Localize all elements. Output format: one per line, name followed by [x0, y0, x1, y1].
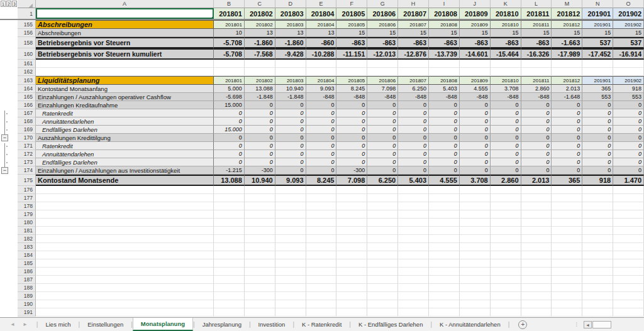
- cell-N164[interactable]: 365: [582, 85, 613, 93]
- cell-F155[interactable]: 201805: [336, 20, 367, 29]
- outline-level-2-button[interactable]: 2: [6, 1, 11, 7]
- cell-K162[interactable]: [491, 68, 521, 76]
- cell-L168[interactable]: 0: [521, 117, 552, 126]
- cell-O164[interactable]: 918: [613, 85, 644, 93]
- cell-J181[interactable]: [460, 227, 491, 235]
- cell-J179[interactable]: [460, 210, 491, 219]
- cell-F173[interactable]: 0: [336, 158, 367, 166]
- cell-M177[interactable]: [552, 194, 582, 202]
- cell-O165[interactable]: 553: [613, 93, 644, 101]
- cell-K165[interactable]: -848: [491, 93, 521, 101]
- cell-E180[interactable]: [306, 219, 337, 227]
- cell-J177[interactable]: [460, 194, 491, 202]
- cell-L165[interactable]: -848: [521, 93, 552, 101]
- scrollbar-left-arrow-icon[interactable]: ◄: [584, 321, 592, 328]
- cell-A177[interactable]: [36, 194, 214, 202]
- cell-K156[interactable]: 15: [491, 29, 521, 37]
- cell-E187[interactable]: [306, 276, 337, 284]
- cell-I175[interactable]: 4.555: [429, 175, 460, 186]
- cell-M166[interactable]: 0: [552, 101, 582, 109]
- cell-K179[interactable]: [491, 210, 521, 219]
- cell-F1[interactable]: 201805: [336, 8, 367, 19]
- cell-D178[interactable]: [275, 202, 306, 210]
- cell-A188[interactable]: [36, 284, 214, 292]
- cell-E183[interactable]: [306, 243, 337, 251]
- row-header-177[interactable]: 177: [18, 194, 36, 202]
- cell-E1[interactable]: 201804: [306, 8, 337, 19]
- cell-F176[interactable]: [336, 186, 367, 194]
- cell-I173[interactable]: 0: [429, 158, 460, 166]
- cell-C174[interactable]: -300: [245, 166, 275, 175]
- row-header-173[interactable]: 173: [18, 158, 36, 166]
- cell-B162[interactable]: [214, 68, 245, 76]
- cell-D167[interactable]: 0: [275, 109, 306, 117]
- sheet-tab-k-endfälliges-darlehen[interactable]: K - Endfälliges Darlehen: [351, 318, 430, 331]
- cell-G180[interactable]: [367, 219, 398, 227]
- cell-J176[interactable]: [460, 186, 491, 194]
- cell-N175[interactable]: 918: [582, 175, 613, 186]
- cell-A164[interactable]: Kontostand Monatsanfang: [36, 85, 214, 93]
- cell-O190[interactable]: [613, 300, 644, 308]
- cell-A182[interactable]: [36, 235, 214, 243]
- cell-K164[interactable]: 3.708: [491, 85, 521, 93]
- cell-I164[interactable]: 5.403: [429, 85, 460, 93]
- cell-A186[interactable]: [36, 268, 214, 276]
- cell-C183[interactable]: [245, 243, 275, 251]
- cell-D158[interactable]: -1.860: [275, 37, 306, 48]
- cell-F161[interactable]: [336, 60, 367, 68]
- cell-D160[interactable]: -9.428: [275, 48, 306, 60]
- cell-J186[interactable]: [460, 268, 491, 276]
- cell-E170[interactable]: 0: [306, 134, 337, 142]
- cell-M167[interactable]: 0: [552, 109, 582, 117]
- cell-N186[interactable]: [582, 268, 613, 276]
- cell-E172[interactable]: 0: [306, 150, 337, 158]
- cell-F181[interactable]: [336, 227, 367, 235]
- cell-I190[interactable]: [429, 300, 460, 308]
- cell-D191[interactable]: [275, 308, 306, 317]
- cell-G167[interactable]: 0: [367, 109, 398, 117]
- cell-I191[interactable]: [429, 308, 460, 317]
- cell-D166[interactable]: 0: [275, 101, 306, 109]
- column-header-J[interactable]: J: [460, 0, 491, 8]
- cell-E160[interactable]: -10.288: [306, 48, 337, 60]
- cell-K182[interactable]: [491, 235, 521, 243]
- cell-M187[interactable]: [552, 276, 582, 284]
- cell-B172[interactable]: 0: [214, 150, 245, 158]
- cell-E181[interactable]: [306, 227, 337, 235]
- cell-G185[interactable]: [367, 259, 398, 268]
- cell-D177[interactable]: [275, 194, 306, 202]
- cell-K183[interactable]: [491, 243, 521, 251]
- row-header-1[interactable]: 1: [18, 8, 36, 19]
- sheet-tab-investition[interactable]: Investition: [251, 318, 293, 331]
- cell-L155[interactable]: 201811: [521, 20, 552, 29]
- cell-H188[interactable]: [398, 284, 429, 292]
- selection-fill-handle[interactable]: [211, 16, 214, 19]
- cell-K174[interactable]: 0: [491, 166, 521, 175]
- cell-A168[interactable]: Annuitätendarlehen: [36, 117, 214, 126]
- cell-J191[interactable]: [460, 308, 491, 317]
- cell-L170[interactable]: 0: [521, 134, 552, 142]
- column-header-C[interactable]: C: [245, 0, 275, 8]
- tab-scroll-right-icon[interactable]: ►: [23, 322, 28, 327]
- cell-B155[interactable]: 201801: [214, 20, 245, 29]
- cell-I166[interactable]: 0: [429, 101, 460, 109]
- cell-K155[interactable]: 201810: [491, 20, 521, 29]
- cell-J165[interactable]: -848: [460, 93, 491, 101]
- cell-B165[interactable]: -5.698: [214, 93, 245, 101]
- cell-A185[interactable]: [36, 259, 214, 268]
- cell-G163[interactable]: 201806: [367, 76, 398, 85]
- cell-A183[interactable]: [36, 243, 214, 251]
- cell-G186[interactable]: [367, 268, 398, 276]
- cell-F184[interactable]: [336, 251, 367, 259]
- cell-N165[interactable]: 553: [582, 93, 613, 101]
- cell-D175[interactable]: 9.093: [275, 175, 306, 186]
- cell-A179[interactable]: [36, 210, 214, 219]
- cell-L171[interactable]: 0: [521, 142, 552, 150]
- sheet-tab-k-annuitätendarlehen[interactable]: K - Annuitätendarlehen: [432, 318, 508, 331]
- cell-A173[interactable]: Endfälliges Darlehen: [36, 158, 214, 166]
- cell-E178[interactable]: [306, 202, 337, 210]
- cell-D180[interactable]: [275, 219, 306, 227]
- cell-O181[interactable]: [613, 227, 644, 235]
- cell-M155[interactable]: 201812: [552, 20, 582, 29]
- cell-G156[interactable]: 15: [367, 29, 398, 37]
